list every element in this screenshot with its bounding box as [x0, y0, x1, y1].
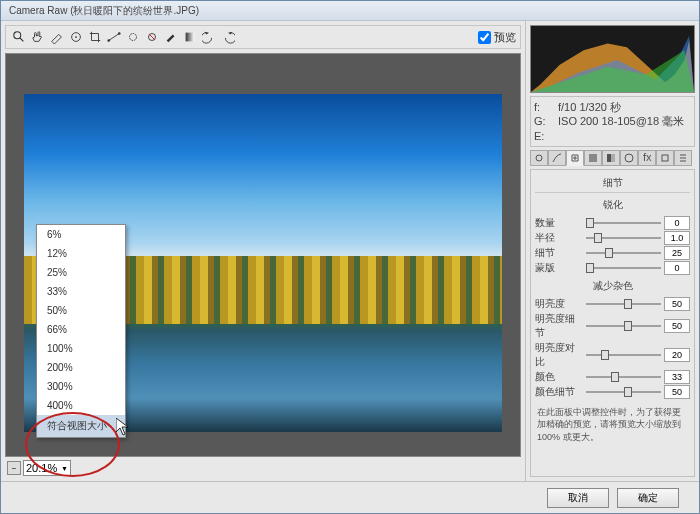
tab-basic[interactable] [530, 150, 548, 166]
wb-tool-icon[interactable] [48, 28, 66, 46]
noise-slider-row: 明亮度对比20 [535, 341, 690, 369]
sharpen-title: 锐化 [535, 196, 690, 214]
svg-line-9 [149, 34, 154, 39]
cancel-button[interactable]: 取消 [547, 488, 609, 508]
noise-slider-row: 明亮度细节50 [535, 312, 690, 340]
redeye-tool-icon[interactable] [143, 28, 161, 46]
crop-tool-icon[interactable] [86, 28, 104, 46]
toolbar: 预览 [5, 25, 521, 49]
noise-label: 颜色细节 [535, 385, 583, 399]
cursor-icon [116, 418, 130, 436]
svg-text:fx: fx [643, 153, 652, 163]
hand-tool-icon[interactable] [29, 28, 47, 46]
noise-title: 减少杂色 [535, 277, 690, 295]
noise-value[interactable]: 50 [664, 319, 690, 333]
noise-slider[interactable] [586, 349, 661, 361]
zoom-menu: 6%12%25%33%50%66%100%200%300%400%符合视图大小 [36, 224, 126, 438]
sharpen-slider-row: 数量0 [535, 216, 690, 230]
noise-slider[interactable] [586, 371, 661, 383]
noise-label: 颜色 [535, 370, 583, 384]
noise-slider-row: 颜色33 [535, 370, 690, 384]
zoom-menu-item[interactable]: 50% [37, 301, 125, 320]
spot-tool-icon[interactable] [124, 28, 142, 46]
preview-check-input[interactable] [478, 31, 491, 44]
zoom-menu-item[interactable]: 6% [37, 225, 125, 244]
brush-tool-icon[interactable] [162, 28, 180, 46]
noise-value[interactable]: 50 [664, 297, 690, 311]
zoom-menu-item[interactable]: 符合视图大小 [37, 415, 125, 437]
zoom-menu-item[interactable]: 300% [37, 377, 125, 396]
sharpen-slider[interactable] [586, 217, 661, 229]
tab-hsl[interactable] [584, 150, 602, 166]
tab-lens[interactable] [620, 150, 638, 166]
svg-rect-14 [611, 154, 615, 162]
detail-panel: 细节 锐化 数量0半径1.0细节25蒙版0 减少杂色 明亮度50明亮度细节50明… [530, 169, 695, 477]
zoom-menu-item[interactable]: 400% [37, 396, 125, 415]
histogram[interactable] [530, 25, 695, 93]
preview-checkbox[interactable]: 预览 [478, 30, 516, 45]
svg-line-4 [109, 34, 120, 41]
gradient-tool-icon[interactable] [181, 28, 199, 46]
hint-text: 在此面板中调整控件时，为了获得更加精确的预览，请将预览大小缩放到 100% 或更… [535, 400, 690, 450]
sharpen-slider-row: 半径1.0 [535, 231, 690, 245]
sharpen-value[interactable]: 25 [664, 246, 690, 260]
sharpen-value[interactable]: 0 [664, 261, 690, 275]
sharpen-slider[interactable] [586, 232, 661, 244]
exif-panel: f:f/10 1/320 秒G:ISO 200 18-105@18 毫米E: [530, 96, 695, 147]
canvas[interactable]: 6%12%25%33%50%66%100%200%300%400%符合视图大小 [5, 53, 521, 457]
sharpen-slider[interactable] [586, 262, 661, 274]
sharpen-slider[interactable] [586, 247, 661, 259]
ok-button[interactable]: 确定 [617, 488, 679, 508]
svg-point-15 [625, 154, 633, 162]
noise-slider[interactable] [586, 298, 661, 310]
tab-strip: fx [530, 150, 695, 166]
sampler-tool-icon[interactable] [67, 28, 85, 46]
zoom-tool-icon[interactable] [10, 28, 28, 46]
noise-label: 明亮度对比 [535, 341, 583, 369]
zoom-out-button[interactable]: − [7, 461, 21, 475]
sharpen-value[interactable]: 1.0 [664, 231, 690, 245]
chevron-down-icon: ▼ [61, 465, 68, 472]
preview-label: 预览 [494, 30, 516, 45]
tab-split[interactable] [602, 150, 620, 166]
svg-point-5 [107, 39, 110, 42]
noise-slider[interactable] [586, 320, 661, 332]
tab-fx[interactable]: fx [638, 150, 656, 166]
tab-detail[interactable] [566, 150, 584, 166]
svg-rect-17 [662, 155, 668, 161]
zoom-menu-item[interactable]: 25% [37, 263, 125, 282]
rotate-cw-icon[interactable] [219, 28, 237, 46]
zoom-menu-item[interactable]: 12% [37, 244, 125, 263]
exif-row: G:ISO 200 18-105@18 毫米 [534, 114, 691, 128]
noise-slider[interactable] [586, 386, 661, 398]
zoom-menu-item[interactable]: 33% [37, 282, 125, 301]
sharpen-value[interactable]: 0 [664, 216, 690, 230]
zoom-menu-item[interactable]: 66% [37, 320, 125, 339]
sharpen-label: 蒙版 [535, 261, 583, 275]
svg-point-3 [75, 36, 77, 38]
noise-slider-row: 明亮度50 [535, 297, 690, 311]
svg-point-6 [118, 32, 121, 35]
exif-row: E: [534, 129, 691, 143]
zoom-menu-item[interactable]: 200% [37, 358, 125, 377]
svg-line-1 [20, 38, 24, 42]
rotate-ccw-icon[interactable] [200, 28, 218, 46]
noise-value[interactable]: 20 [664, 348, 690, 362]
sharpen-slider-row: 细节25 [535, 246, 690, 260]
svg-rect-10 [186, 33, 195, 42]
tab-cal[interactable] [656, 150, 674, 166]
tab-preset[interactable] [674, 150, 692, 166]
sharpen-slider-row: 蒙版0 [535, 261, 690, 275]
tab-curve[interactable] [548, 150, 566, 166]
zoom-menu-item[interactable]: 100% [37, 339, 125, 358]
svg-point-0 [14, 32, 21, 39]
straighten-tool-icon[interactable] [105, 28, 123, 46]
exif-row: f:f/10 1/320 秒 [534, 100, 691, 114]
zoom-dropdown[interactable]: 20.1% ▼ [23, 460, 71, 476]
noise-value[interactable]: 50 [664, 385, 690, 399]
svg-rect-13 [607, 154, 611, 162]
noise-value[interactable]: 33 [664, 370, 690, 384]
zoom-bar: − 20.1% ▼ [5, 459, 521, 477]
zoom-value: 20.1% [26, 462, 57, 474]
window-title: Camera Raw (秋日暖阳下的缤纷世界.JPG) [1, 1, 699, 21]
